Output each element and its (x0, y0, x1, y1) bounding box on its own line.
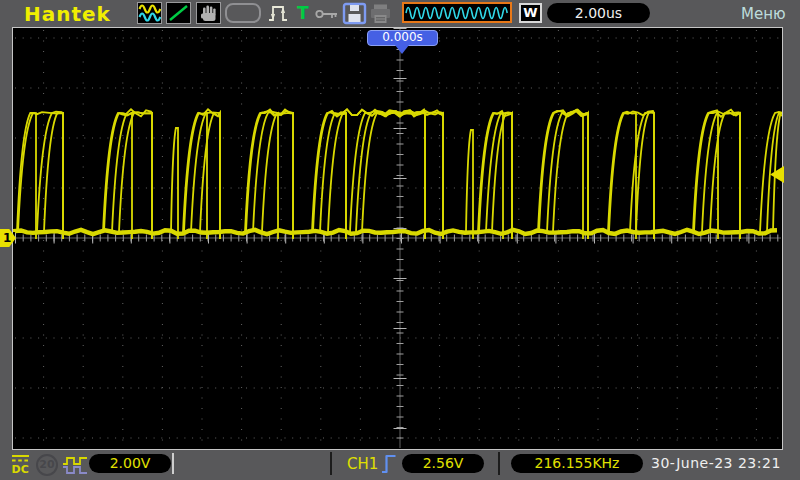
trigger-slope-indicator[interactable] (381, 452, 398, 475)
cursor-line-button[interactable] (166, 2, 191, 24)
bandwidth-20-icon: 20 (36, 454, 58, 476)
brand-logo: Hantek (24, 2, 111, 26)
waveform-display: 0.000s (12, 27, 783, 450)
dc-coupling-icon: DC (10, 453, 34, 477)
pulse-icon (267, 2, 293, 25)
printer-icon (369, 3, 393, 25)
trigger-t-button[interactable]: T (297, 3, 309, 23)
pulse-width-trigger-button[interactable] (267, 2, 293, 25)
sine-preview-icon (404, 4, 510, 21)
frequency-readout: 216.155KHz (511, 454, 643, 473)
datetime-label: 30-June-23 23:21 (651, 455, 781, 471)
coupling-indicator[interactable]: DC (10, 453, 34, 477)
empty-indicator-slot (225, 3, 261, 23)
waveform-plot (13, 28, 782, 449)
key-icon (314, 4, 341, 24)
trigger-level-readout[interactable]: 2.56V (402, 454, 484, 473)
dual-wave-icon (138, 3, 161, 23)
floppy-save-icon (342, 2, 367, 25)
diagonal-line-icon (167, 3, 190, 23)
rising-edge-icon (381, 452, 398, 475)
timebase-readout[interactable]: 2.00us (547, 3, 650, 23)
probe-wave-indicator[interactable] (62, 456, 89, 475)
hand-icon (197, 3, 220, 23)
save-button[interactable] (342, 2, 367, 25)
volts-per-div-readout[interactable]: 2.00V (89, 454, 171, 473)
channel-waveform-button[interactable] (137, 2, 162, 24)
svg-text:DC: DC (12, 463, 29, 476)
waveform-preview-box[interactable] (402, 2, 512, 23)
menu-button[interactable]: Меню (741, 5, 786, 23)
trigger-position-flag[interactable]: 0.000s (367, 30, 438, 46)
divider (172, 453, 174, 474)
trigger-source-label[interactable]: CH1 (347, 455, 378, 473)
oscilloscope-ui: Hantek T (0, 0, 800, 480)
keylock-button[interactable] (314, 4, 341, 24)
trigger-position-pointer (395, 45, 409, 54)
w-mode-button[interactable]: W (519, 3, 542, 23)
hand-drag-button[interactable] (196, 2, 221, 24)
divider (498, 452, 500, 475)
divider (330, 452, 332, 475)
squarewave-icon (62, 456, 89, 475)
print-button[interactable] (369, 3, 393, 25)
